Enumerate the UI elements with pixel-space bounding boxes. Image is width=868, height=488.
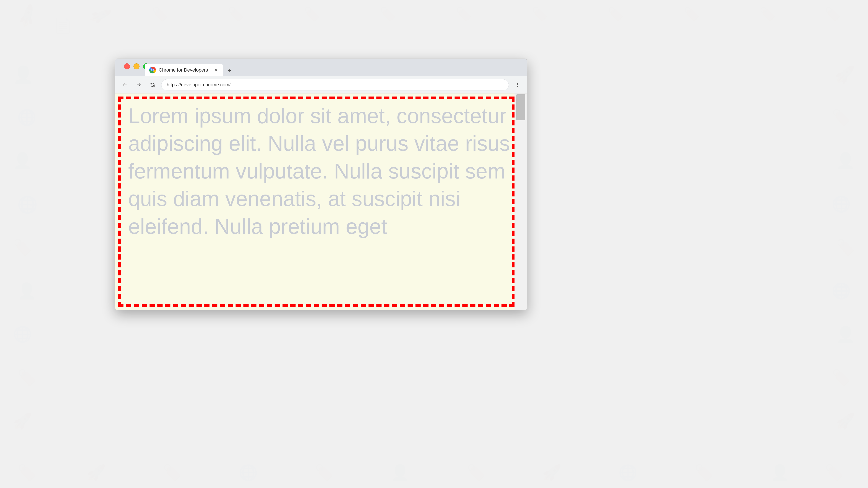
toolbar: https://developer.chrome.com/ [115, 76, 527, 94]
bg-m3: 🌐 [13, 325, 32, 343]
bg-mr2: 🌐 [832, 282, 850, 300]
bg-m2: 👤 [18, 282, 36, 300]
bg-globe-2: 🌐 [18, 195, 38, 214]
bg-badge-1: 🏷️ [152, 6, 168, 22]
bg-b6: 👤 [391, 464, 409, 482]
bg-b4: 🌐 [239, 464, 257, 482]
bg-badge-10: 🏷️ [825, 6, 841, 22]
lorem-ipsum-text: Lorem ipsum dolor sit amet, consectetur … [115, 94, 527, 249]
forward-button[interactable] [133, 79, 144, 90]
tab-favicon [149, 67, 156, 73]
browser-window: Chrome for Developers ✕ + [115, 59, 527, 310]
bg-m1: 🏷️ [13, 238, 32, 256]
tab-close-button[interactable]: ✕ [213, 67, 219, 73]
bg-badge-8: 🏷️ [684, 6, 700, 22]
bg-badge-5: 🏷️ [456, 6, 472, 22]
bg-person-1: 👤 [13, 65, 33, 84]
bg-badge-9: 🏷️ [760, 6, 776, 22]
bg-rocket-r1: 🚀 [835, 65, 855, 84]
address-bar[interactable]: https://developer.chrome.com/ [161, 79, 509, 91]
bg-code-1: 👤 [13, 152, 32, 170]
bg-m5: 🚀 [13, 412, 32, 430]
bg-rocket-2: 🚀 [89, 4, 113, 27]
bg-b9: 🌐 [618, 464, 637, 482]
browser-tab[interactable]: Chrome for Developers ✕ [145, 64, 223, 76]
bg-person-r1: 👤 [836, 152, 855, 170]
tab-title: Chrome for Developers [159, 67, 211, 73]
svg-point-2 [152, 69, 154, 71]
bg-b7: 🏷️ [467, 464, 486, 482]
bg-b8: 🚀 [542, 464, 561, 482]
bg-b5: 🏷️ [315, 464, 334, 482]
title-bar: Chrome for Developers ✕ + [115, 59, 527, 76]
bg-b10: 🏷️ [694, 464, 713, 482]
bg-badge-7: 🏷️ [608, 6, 624, 22]
bg-badge-4: 🏷️ [380, 6, 396, 22]
bg-globe-r1: 🌐 [832, 195, 850, 213]
svg-point-5 [517, 86, 518, 87]
bg-html-badge-1: 📄 [54, 18, 72, 34]
menu-button[interactable] [512, 79, 523, 90]
bg-mr4: 🏷️ [832, 369, 850, 387]
bg-b11: 👤 [770, 464, 789, 482]
minimize-button[interactable] [133, 63, 140, 69]
svg-point-4 [517, 85, 518, 85]
bg-mr3: 👤 [836, 325, 855, 343]
bg-mr5: 🚀 [836, 412, 855, 430]
bg-badge-2: 🏷️ [228, 6, 244, 22]
close-button[interactable] [124, 63, 130, 69]
bg-mr1: 🏷️ [836, 238, 855, 256]
page-content: Lorem ipsum dolor sit amet, consectetur … [115, 94, 527, 310]
bg-badge-6: 🏷️ [532, 6, 548, 22]
bg-badge-r1: 🏷️ [832, 108, 850, 126]
bg-m4: 🏷️ [18, 369, 36, 387]
svg-point-3 [517, 83, 518, 84]
bg-b2: 🚀 [87, 464, 106, 482]
bg-b3: 🏷️ [163, 464, 182, 482]
bg-rocket-icon-1: 🚀 [14, 3, 41, 29]
bg-b1: 🏷️ [18, 464, 36, 482]
bg-badge-3: 🏷️ [304, 6, 320, 22]
new-tab-button[interactable]: + [225, 67, 234, 76]
reload-button[interactable] [147, 79, 158, 90]
back-button[interactable] [120, 79, 130, 90]
bg-globe-1: 🌐 [18, 108, 36, 126]
url-text: https://developer.chrome.com/ [167, 82, 503, 88]
bg-b12: 🏷️ [825, 464, 843, 482]
